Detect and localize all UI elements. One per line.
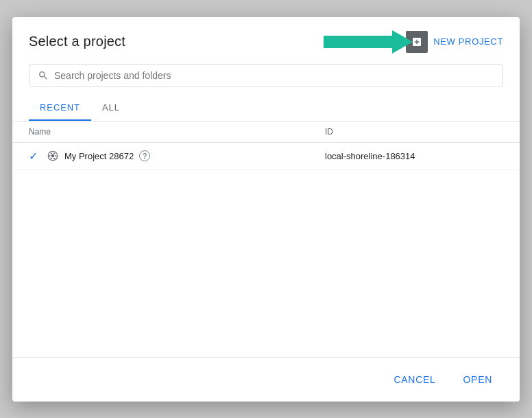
tab-all[interactable]: ALL xyxy=(91,95,131,121)
search-box xyxy=(29,64,503,87)
new-project-label[interactable]: NEW PROJECT xyxy=(433,36,503,47)
search-icon xyxy=(38,70,49,81)
svg-point-6 xyxy=(53,152,55,154)
table-header: Name ID xyxy=(12,121,520,143)
row-id-cell: local-shoreline-186314 xyxy=(325,151,503,161)
svg-point-7 xyxy=(51,158,52,159)
selected-check-icon: ✓ xyxy=(29,150,41,163)
table-row[interactable]: ✓ My Project 28672 ? local- xyxy=(12,143,520,170)
table-area: Name ID ✓ My Proj xyxy=(12,121,520,357)
svg-point-4 xyxy=(55,155,56,156)
svg-marker-0 xyxy=(324,30,413,54)
svg-point-8 xyxy=(53,158,55,159)
row-name-cell: ✓ My Project 28672 ? xyxy=(29,150,325,163)
dialog-title: Select a project xyxy=(29,34,125,49)
search-input[interactable] xyxy=(54,70,494,81)
svg-point-3 xyxy=(49,155,50,156)
new-project-area: NEW PROJECT xyxy=(406,31,503,53)
cancel-button[interactable]: CANCEL xyxy=(383,369,447,391)
svg-point-2 xyxy=(51,154,55,158)
open-button[interactable]: OPEN xyxy=(452,369,503,391)
tab-recent[interactable]: RECENT xyxy=(29,95,91,121)
tabs-area: RECENT ALL xyxy=(12,95,520,121)
dialog-footer: CANCEL OPEN xyxy=(12,357,520,402)
project-name: My Project 28672 xyxy=(64,151,134,161)
project-icon xyxy=(47,150,59,162)
col-header-id: ID xyxy=(325,127,503,137)
svg-point-5 xyxy=(51,152,52,154)
search-area xyxy=(12,64,520,95)
dialog-header: Select a project NEW PROJECT xyxy=(12,17,520,64)
help-icon[interactable]: ? xyxy=(139,150,150,161)
select-project-dialog: Select a project NEW PROJECT xyxy=(12,17,520,402)
col-header-name: Name xyxy=(29,127,325,137)
arrow-annotation xyxy=(324,30,413,54)
